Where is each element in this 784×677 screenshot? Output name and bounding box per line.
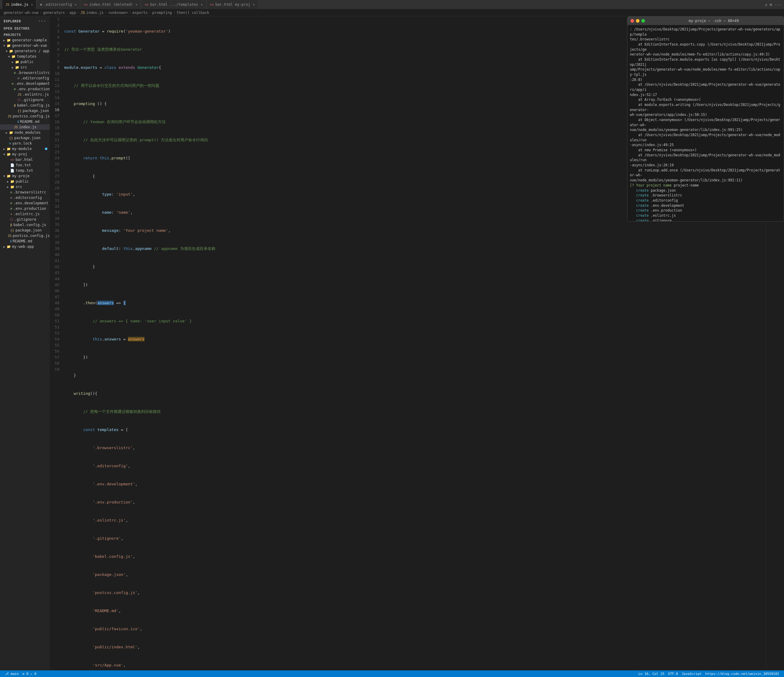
sidebar-item-public[interactable]: ▶ 📁 public [0, 59, 50, 65]
sidebar-item-env-dev-1[interactable]: ▶ ≡ .env.development [0, 81, 50, 86]
folder-icon: 📁 [10, 185, 14, 189]
terminal-minimize-button[interactable] [636, 19, 639, 23]
sidebar-item-eslintrc-1[interactable]: ▶ JS .eslintrc.js [0, 92, 50, 97]
tab-close-3[interactable]: × [201, 3, 203, 6]
tab-close-2[interactable]: × [135, 3, 137, 6]
sidebar-item-templates[interactable]: ▼ 📁 templates [0, 54, 50, 59]
terminal-line: at Array.forEach (<anonymous>) [630, 97, 781, 102]
sidebar-item-package-1[interactable]: ▶ {} package.json [0, 108, 50, 114]
tab-close-4[interactable]: × [253, 3, 255, 6]
history-icon[interactable]: ↺ [765, 2, 767, 7]
terminal-line: ndex.js:52:17 [630, 92, 781, 97]
sidebar-item-proje-src[interactable]: ▶ 📁 src [0, 184, 50, 190]
sidebar-item-editorconfig-1[interactable]: ▶ ≡ .editorconfig [0, 75, 50, 81]
sidebar-item-my-proje[interactable]: ▼ 📁 my-proje [0, 173, 50, 179]
file-icon: ≡ [10, 201, 12, 205]
tab-bar-html-myproj[interactable]: <> bar.html my-proj × [207, 0, 258, 9]
sidebar-item-node-modules[interactable]: ▶ 📁 node_modules [0, 130, 50, 135]
sidebar-item-temp-txt[interactable]: ▶ 📄 temp.txt [0, 168, 50, 173]
modified-dot [45, 148, 47, 150]
sidebar-item-proje-public[interactable]: ▶ 📁 public [0, 179, 50, 184]
sidebar-more-icon[interactable]: ··· [38, 19, 46, 23]
tab-close-1[interactable]: × [75, 3, 76, 6]
tab-index-js[interactable]: JS index.js × [2, 0, 36, 9]
terminal-window[interactable]: my-proje — -zsh — 80×49 : /Users/njvivo/… [627, 16, 784, 222]
open-editors-label: OPEN EDITORS [0, 25, 50, 31]
folder-icon: 📁 [7, 38, 11, 42]
title-actions: ↺ ⊞ ··· [765, 2, 782, 7]
sidebar-item-generator-sample[interactable]: ▶ 📁 generator-sample [0, 37, 50, 43]
sidebar-item-postcss-1[interactable]: ▶ JS postcss.config.js [0, 114, 50, 119]
terminal-body[interactable]: : /Users/njvivo/Desktop/2021jump/Project… [627, 25, 784, 221]
terminal-line: vue/node_modules/yeoman-generator/lib/in… [630, 178, 781, 183]
sidebar-item-proje-postcss[interactable]: ▶ JS postcss.config.js [0, 233, 50, 239]
html-icon-2: <> [210, 3, 214, 7]
sidebar-item-my-web-app[interactable]: ▶ 📁 my-web-app [0, 244, 50, 249]
terminal-line: create .eslintrc.js [630, 213, 781, 218]
sidebar: EXPLORER ··· OPEN EDITORS PROJECTS ▶ 📁 g… [0, 16, 50, 670]
terminal-line: vue/node_modules/yeoman-generator/lib/in… [630, 127, 781, 133]
sidebar-item-babel-1[interactable]: ▶ β babel.config.js [0, 103, 50, 108]
terminal-close-button[interactable] [630, 19, 634, 23]
sidebar-item-proje-env-dev[interactable]: ▶ ≡ .env.development [0, 200, 50, 206]
sidebar-item-proje-browserslistrc[interactable]: ▶ ≡ .browserslistrc [0, 190, 50, 195]
sidebar-item-generator-wh-vue[interactable]: ▼ 📁 generator-wh-vue [0, 43, 50, 48]
sidebar-item-gitignore-1[interactable]: ▶ ⎔ .gitignore [0, 97, 50, 103]
terminal-line: at new Promise (<anonymous>) [630, 148, 781, 153]
tab-editorconfig[interactable]: ≡ .editorconfig × [37, 0, 79, 9]
editor-area: 1 2 3 4 5 6 7 8 9 10 11 12 13 14 15 16 1… [50, 16, 784, 670]
file-icon: ≡ [10, 207, 12, 211]
arrow-icon: ▶ [11, 66, 14, 69]
folder-icon: 📁 [10, 179, 14, 184]
split-icon[interactable]: ⊞ [770, 2, 772, 7]
sidebar-item-proje-editorconfig[interactable]: ▶ ≡ .editorconfig [0, 195, 50, 200]
sidebar-item-my-module[interactable]: ▶ 📁 my-module [0, 146, 50, 151]
language-mode[interactable]: JavaScript [680, 672, 703, 676]
sidebar-item-proje-package[interactable]: ▶ {} package.json [0, 228, 50, 233]
sidebar-item-foo-txt[interactable]: ▶ 📄 foo.txt [0, 162, 50, 168]
terminal-line: at /Users/njvivo/Desktop/2021jump/Projec… [630, 133, 781, 142]
sidebar-item-src[interactable]: ▶ 📁 src [0, 65, 50, 70]
terminal-line: tes/.browserslistrc [630, 37, 781, 42]
sidebar-item-readme-1[interactable]: ▶ ℹ README.md [0, 119, 50, 124]
git-branch[interactable]: ⎇ main [3, 672, 20, 676]
sidebar-item-env-prod-1[interactable]: ▶ ≡ .env.production [0, 86, 50, 92]
sidebar-item-yarn[interactable]: ▶ ≡ yarn.lock [0, 140, 50, 146]
sidebar-item-proje-eslintrc[interactable]: ▶ • .eslintrc.js [0, 211, 50, 217]
terminal-line: create .env.production [630, 208, 781, 213]
terminal-line: create .browserslistrc [630, 193, 781, 198]
sidebar-item-proje-readme[interactable]: ▶ ℹ README.md [0, 239, 50, 244]
tab-bar-html-templates[interactable]: <> bar.html .../templates × [142, 0, 205, 9]
sidebar-item-my-proj[interactable]: ▼ 📁 my-proj [0, 151, 50, 157]
sidebar-item-package-top[interactable]: ▶ {} package.json [0, 135, 50, 140]
line-col[interactable]: Ln 16, Col 25 [637, 672, 666, 676]
more-icon[interactable]: ··· [775, 2, 782, 7]
terminal-title: my-proje — -zsh — 80×49 [689, 19, 739, 23]
terminal-maximize-button[interactable] [641, 19, 645, 23]
terminal-line: create package.json [630, 188, 781, 193]
file-icon: ≡ [10, 196, 12, 200]
file-icon: ≡ [17, 76, 20, 80]
title-bar: JS index.js × ≡ .editorconfig × <> index… [0, 0, 784, 9]
encoding[interactable]: UTF-8 [666, 672, 680, 676]
sidebar-item-proje-gitignore[interactable]: ▶ ⎔ .gitignore [0, 217, 50, 222]
sidebar-item-browserslistrc-1[interactable]: ▶ ≡ .browserslistrc [0, 70, 50, 75]
status-right: Ln 16, Col 25 UTF-8 JavaScript https://b… [637, 672, 781, 676]
sidebar-item-proje-env-prod[interactable]: ▶ ≡ .env.production [0, 206, 50, 211]
terminal-line: at runLoop.add.once (/Users/njvivo/Deskt… [630, 168, 781, 178]
sidebar-item-proje-babel[interactable]: ▶ β babel.config.js [0, 222, 50, 228]
terminal-line: -async/index.js:49:25 [630, 142, 781, 148]
tab-close-0[interactable]: × [31, 3, 33, 6]
sidebar-item-generators-app[interactable]: ▼ 📁 generators / app [0, 48, 50, 54]
errors-count[interactable]: ⊘ 0 ⚠ 0 [20, 672, 38, 676]
terminal-line: at /Users/njvivo/Desktop/2021jump/Projec… [630, 153, 781, 163]
terminal-line: at Object.<anonymous> (/Users/njvivo/Des… [630, 117, 781, 127]
file-icon: ℹ [17, 120, 19, 124]
terminal-line: at EditionInterface.exports.copy (/Users… [630, 42, 781, 52]
tab-index-html[interactable]: <> index.html (deleted) × [81, 0, 141, 9]
file-icon: {} [10, 228, 14, 232]
main-area: EXPLORER ··· OPEN EDITORS PROJECTS ▶ 📁 g… [0, 16, 784, 670]
terminal-line: nerator-wh-vue/node_modules/mem-fs-edito… [630, 52, 781, 57]
sidebar-item-bar-html[interactable]: ▶ <> bar.html [0, 157, 50, 162]
sidebar-item-index-js[interactable]: ▶ JS index.js [0, 124, 50, 130]
